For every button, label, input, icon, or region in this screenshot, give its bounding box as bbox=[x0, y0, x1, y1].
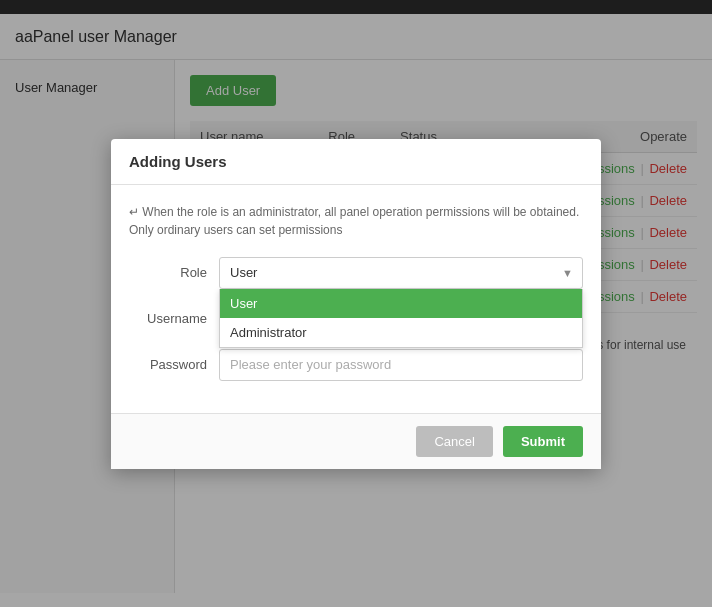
username-label: Username bbox=[129, 303, 219, 335]
password-row: Password bbox=[129, 349, 583, 381]
role-row: Role User Administrator ▼ User Administr… bbox=[129, 257, 583, 289]
submit-button[interactable]: Submit bbox=[503, 426, 583, 457]
dropdown-item-administrator[interactable]: Administrator bbox=[220, 318, 582, 347]
password-control-wrap bbox=[219, 349, 583, 381]
notice-icon: ↵ bbox=[129, 205, 139, 219]
modal-title: Adding Users bbox=[111, 139, 601, 185]
password-label: Password bbox=[129, 349, 219, 381]
modal-notice: ↵ When the role is an administrator, all… bbox=[129, 203, 583, 239]
modal-overlay: Adding Users ↵ When the role is an admin… bbox=[0, 0, 712, 607]
role-dropdown-menu: User Administrator bbox=[219, 289, 583, 348]
password-input[interactable] bbox=[219, 349, 583, 381]
adding-users-modal: Adding Users ↵ When the role is an admin… bbox=[111, 139, 601, 469]
dropdown-item-user[interactable]: User bbox=[220, 289, 582, 318]
notice-text: When the role is an administrator, all p… bbox=[129, 205, 579, 237]
modal-body: ↵ When the role is an administrator, all… bbox=[111, 185, 601, 413]
modal-footer: Cancel Submit bbox=[111, 413, 601, 469]
role-select[interactable]: User Administrator bbox=[219, 257, 583, 289]
cancel-button[interactable]: Cancel bbox=[416, 426, 492, 457]
role-control-wrap: User Administrator ▼ User Administrator bbox=[219, 257, 583, 289]
role-label: Role bbox=[129, 257, 219, 289]
